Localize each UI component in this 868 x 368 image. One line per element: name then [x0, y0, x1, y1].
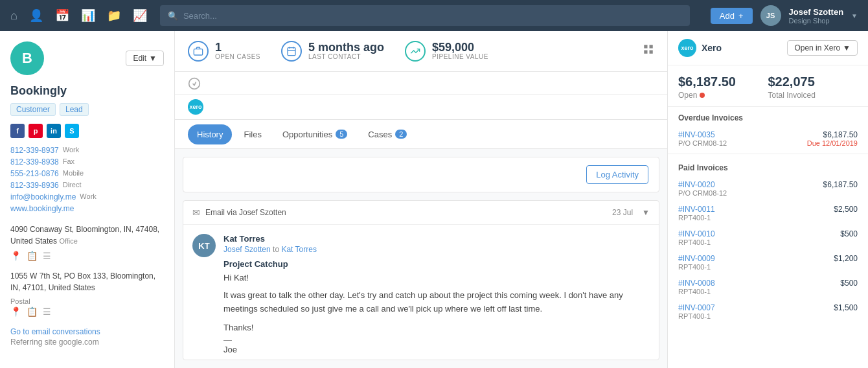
log-activity-button[interactable]: Log Activity: [586, 165, 648, 184]
postal-action-icons: 📍 📋 ☰: [10, 306, 164, 317]
tag-lead[interactable]: Lead: [60, 103, 89, 116]
paid-invoices-title: Paid Invoices: [668, 157, 868, 176]
list-icon[interactable]: ☰: [43, 251, 51, 261]
stat-contact-info: 5 months ago LAST CONTACT: [308, 41, 384, 60]
map-pin-icon[interactable]: 📍: [10, 251, 21, 261]
invoice-0035-po: P/O CRM08-12: [678, 139, 727, 147]
tab-cases-label: Cases: [368, 130, 392, 139]
xero-open-stat: $6,187.50 Open: [678, 75, 768, 100]
email-row: info@bookingly.me Work: [10, 192, 164, 201]
tags-container: Customer Lead: [0, 103, 174, 124]
contact-label: LAST CONTACT: [308, 53, 384, 60]
email-envelope-icon: ✉: [192, 207, 200, 218]
svg-point-9: [189, 78, 200, 89]
user-menu-chevron[interactable]: ▼: [851, 12, 858, 19]
invoice-0011-po: RPT400-1: [678, 214, 715, 222]
invoice-0008-amount: $500: [840, 279, 858, 288]
email-date: 23 Jul: [612, 208, 633, 217]
tag-customer[interactable]: Customer: [10, 103, 56, 116]
cases-value: 1: [215, 41, 260, 53]
website-row: www.bookingly.me: [10, 204, 164, 213]
home-icon[interactable]: ⌂: [10, 9, 17, 23]
tab-cases[interactable]: Cases 2: [359, 124, 416, 144]
search-icon: 🔍: [168, 11, 178, 21]
invoice-0010-num[interactable]: #INV-0010: [678, 229, 715, 238]
tab-opportunities[interactable]: Opportunities 5: [273, 124, 356, 144]
svg-rect-5: [644, 45, 647, 49]
phone-work-link[interactable]: 812-339-8937: [10, 146, 59, 155]
phone-work: 812-339-8937 Work: [10, 146, 164, 155]
email-expand-icon[interactable]: ▼: [642, 208, 650, 217]
email-thanks: Thanks!: [223, 323, 650, 332]
website-link[interactable]: www.bookingly.me: [10, 204, 74, 213]
tab-files-label: Files: [244, 130, 261, 139]
add-label: Add: [720, 11, 735, 21]
xero-mini-row: xero: [175, 95, 667, 120]
grid-view-button[interactable]: [643, 43, 654, 58]
email-from-link[interactable]: Josef Szotten: [223, 245, 271, 254]
user-subtitle: Design Shop: [789, 17, 844, 25]
tab-files[interactable]: Files: [234, 124, 270, 144]
trend-icon[interactable]: 📈: [133, 8, 147, 23]
add-button[interactable]: Add +: [711, 8, 753, 24]
xero-stats: $6,187.50 Open $22,075 Total Invoiced: [668, 65, 868, 107]
pinterest-icon[interactable]: p: [29, 124, 43, 138]
invoice-0009-num[interactable]: #INV-0009: [678, 254, 715, 263]
user-icon[interactable]: 👤: [29, 8, 43, 23]
chart-icon[interactable]: 📊: [81, 8, 95, 23]
search-bar[interactable]: 🔍: [160, 5, 690, 26]
skype-icon[interactable]: S: [65, 124, 79, 138]
invoice-0035-num[interactable]: #INV-0035: [678, 130, 727, 139]
stat-cases: 1 OPEN CASES: [188, 41, 260, 62]
phone-mobile-link[interactable]: 555-213-0876: [10, 169, 59, 178]
email-body-text: It was great to talk the other day. Let'…: [223, 289, 650, 316]
invoice-0007-info: #INV-0007 RPT400-1: [678, 303, 715, 320]
email-body: KT Kat Torres Josef Szotten to Kat Torre…: [183, 225, 659, 360]
referring-value: google.com: [59, 338, 99, 347]
postal-address: 1055 W 7th St, PO Box 133, Bloomington, …: [10, 270, 164, 293]
cases-badge: 2: [395, 130, 407, 139]
stats-bar: 1 OPEN CASES 5 months ago LAST CONTACT: [175, 31, 667, 72]
email-conversations-link[interactable]: Go to email conversations: [10, 327, 164, 336]
invoice-0007-num[interactable]: #INV-0007: [678, 303, 715, 312]
svg-rect-7: [644, 51, 647, 54]
tab-history[interactable]: History: [188, 124, 232, 144]
postal-list-icon[interactable]: ☰: [43, 306, 51, 317]
invoice-0020-num[interactable]: #INV-0020: [678, 180, 727, 189]
invoice-0035-info: #INV-0035 P/O CRM08-12: [678, 130, 727, 147]
email-link[interactable]: info@bookingly.me: [10, 192, 76, 201]
phone-mobile: 555-213-0876 Mobile: [10, 169, 164, 178]
postal-copy-icon[interactable]: 📋: [27, 306, 38, 317]
invoice-0035-amount: $6,187.50: [807, 130, 858, 139]
main-layout: B Edit ▼ Bookingly Customer Lead f p in …: [0, 31, 868, 368]
invoice-0008-info: #INV-0008 RPT400-1: [678, 279, 715, 295]
phone-fax-link[interactable]: 812-339-8938: [10, 157, 59, 167]
pipeline-icon: [405, 41, 426, 62]
linkedin-icon[interactable]: in: [47, 124, 61, 138]
invoice-0035-amount-block: $6,187.50 Due 12/01/2019: [807, 130, 858, 147]
svg-rect-1: [288, 47, 295, 55]
company-avatar: B: [10, 41, 44, 75]
email-via: Email via Josef Szotten: [205, 208, 607, 217]
invoice-0011-num[interactable]: #INV-0011: [678, 205, 715, 214]
copy-icon[interactable]: 📋: [27, 251, 38, 261]
invoice-0009-po: RPT400-1: [678, 263, 715, 271]
xero-icon: xero: [678, 39, 696, 57]
open-xero-button[interactable]: Open in Xero ▼: [787, 40, 858, 56]
phone-direct-link[interactable]: 812-339-8936: [10, 181, 59, 190]
check-circle-icon[interactable]: [188, 77, 201, 93]
contact-info: 812-339-8937 Work 812-339-8938 Fax 555-2…: [0, 146, 174, 213]
calendar-icon[interactable]: 📅: [55, 8, 69, 23]
files-icon[interactable]: 📁: [107, 8, 121, 23]
contact-value: 5 months ago: [308, 41, 384, 53]
user-info: Josef Szotten Design Shop: [789, 7, 844, 25]
email-to-link[interactable]: Kat Torres: [281, 245, 316, 254]
edit-button[interactable]: Edit ▼: [126, 51, 164, 66]
search-input[interactable]: [183, 11, 682, 21]
facebook-icon[interactable]: f: [10, 124, 25, 138]
email-greeting: Hi Kat!: [223, 273, 650, 282]
svg-rect-8: [650, 51, 653, 54]
avatar-initials: JS: [766, 12, 775, 19]
invoice-0008-num[interactable]: #INV-0008: [678, 279, 715, 288]
postal-map-icon[interactable]: 📍: [10, 306, 21, 317]
